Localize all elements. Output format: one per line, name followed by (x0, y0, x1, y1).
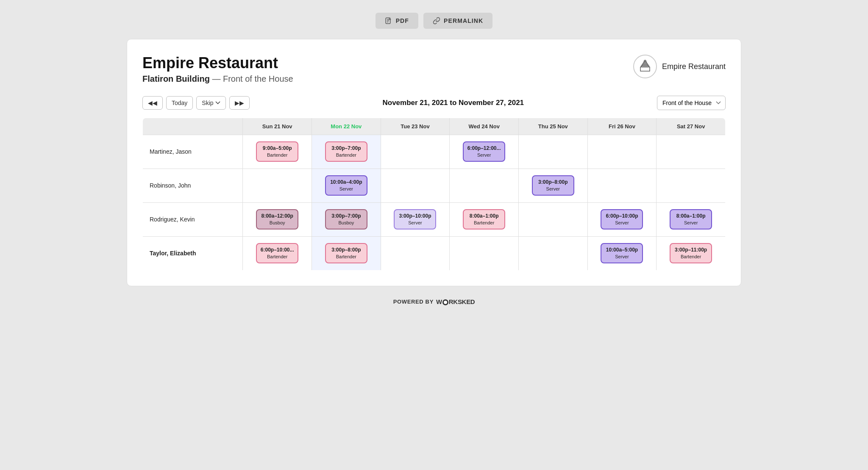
cell-fri-0 (587, 135, 657, 169)
col-header-fri: Fri 26 Nov (587, 118, 657, 135)
main-card: Empire Restaurant Flatiron Building — Fr… (127, 39, 741, 286)
shift-block[interactable]: 10:00a–5:00pServer (601, 243, 643, 263)
permalink-button[interactable]: PERMALINK (423, 13, 492, 29)
shift-time: 6:00p–10:00p (605, 213, 639, 220)
shift-block[interactable]: 3:00p–8:00pBartender (325, 243, 367, 263)
shift-block[interactable]: 6:00p–10:00pServer (601, 209, 643, 229)
skip-button[interactable]: Skip (196, 96, 225, 110)
cell-thu-3 (518, 236, 587, 270)
shift-role: Bartender (329, 254, 363, 260)
shift-role: Server (329, 186, 363, 192)
shift-role: Server (467, 152, 501, 158)
worksked-brand: WRKSKED (436, 298, 475, 305)
chevron-down-icon (215, 101, 220, 105)
location-subtitle: Flatiron Building — Front of the House (142, 74, 293, 84)
pdf-button[interactable]: PDF (376, 13, 418, 29)
today-label: Today (172, 100, 187, 106)
cell-wed-0: 6:00p–12:00...Server (450, 135, 519, 169)
table-body: Martinez, Jason9:00a–5:00pBartender3:00p… (143, 135, 726, 270)
cell-sat-1 (657, 169, 726, 202)
cell-sat-2: 8:00a–1:00pServer (657, 202, 726, 236)
employee-name: Taylor, Elizabeth (143, 236, 243, 270)
toolbar: PDF PERMALINK (376, 13, 493, 29)
shift-time: 3:00p–8:00p (536, 179, 570, 186)
cell-fri-1 (587, 169, 657, 202)
cell-mon-0: 3:00p–7:00pBartender (312, 135, 381, 169)
pdf-label: PDF (396, 17, 409, 24)
col-header-thu: Thu 25 Nov (518, 118, 587, 135)
permalink-label: PERMALINK (444, 17, 483, 24)
header-row: Sun 21 Nov Mon 22 Nov Tue 23 Nov Wed 24 … (143, 118, 726, 135)
shift-block[interactable]: 10:00a–4:00pServer (325, 175, 367, 196)
shift-block[interactable]: 3:00p–8:00pServer (532, 175, 574, 196)
shift-block[interactable]: 8:00a–1:00pServer (670, 209, 712, 229)
card-header-right: Empire Restaurant (633, 55, 726, 78)
worksked-o-icon (442, 299, 448, 305)
logo-name: Empire Restaurant (662, 62, 726, 71)
shift-block[interactable]: 3:00p–7:00pBusboy (325, 209, 367, 229)
col-header-sat: Sat 27 Nov (657, 118, 726, 135)
cell-wed-1 (450, 169, 519, 202)
shift-time: 8:00a–1:00p (674, 213, 708, 220)
location-bold: Flatiron Building (142, 74, 210, 83)
cell-fri-2: 6:00p–10:00pServer (587, 202, 657, 236)
shift-block[interactable]: 8:00a–1:00pBartender (463, 209, 505, 229)
shift-block[interactable]: 3:00p–7:00pBartender (325, 141, 367, 162)
shift-time: 3:00p–7:00p (329, 145, 363, 152)
nav-controls: ◀◀ Today Skip ▶▶ (142, 96, 250, 110)
shift-block[interactable]: 8:00a–12:00pBusboy (256, 209, 298, 229)
employee-name: Martinez, Jason (143, 135, 243, 169)
shift-block[interactable]: 3:00p–11:00pBartender (670, 243, 712, 263)
col-header-mon: Mon 22 Nov (312, 118, 381, 135)
first-button[interactable]: ◀◀ (142, 96, 163, 110)
shift-role: Bartender (674, 254, 708, 260)
shift-role: Server (674, 220, 708, 226)
shift-block[interactable]: 6:00p–12:00...Server (463, 141, 505, 162)
shift-role: Bartender (329, 152, 363, 158)
cell-tue-0 (381, 135, 450, 169)
shift-role: Server (605, 220, 639, 226)
shift-role: Bartender (260, 254, 294, 260)
shift-role: Busboy (329, 220, 363, 226)
shift-role: Server (605, 254, 639, 260)
skip-label: Skip (202, 100, 213, 106)
shift-block[interactable]: 6:00p–10:00...Bartender (256, 243, 298, 263)
shift-block[interactable]: 9:00a–5:00pBartender (256, 141, 298, 162)
cell-tue-2: 3:00p–10:00pServer (381, 202, 450, 236)
department-select[interactable]: Front of the House Back of the House Bar (657, 96, 726, 110)
shift-role: Server (536, 186, 570, 192)
cell-sat-0 (657, 135, 726, 169)
shift-time: 9:00a–5:00p (260, 145, 294, 152)
schedule-table: Sun 21 Nov Mon 22 Nov Tue 23 Nov Wed 24 … (142, 118, 726, 271)
shift-time: 3:00p–11:00p (674, 246, 708, 254)
nav-bar: ◀◀ Today Skip ▶▶ November 21, 2021 to No… (142, 96, 726, 110)
shift-time: 6:00p–12:00... (467, 145, 501, 152)
card-header: Empire Restaurant Flatiron Building — Fr… (142, 55, 726, 84)
shift-time: 10:00a–5:00p (605, 246, 639, 254)
svg-rect-6 (640, 67, 650, 71)
cell-sun-0: 9:00a–5:00pBartender (243, 135, 312, 169)
cell-sat-3: 3:00p–11:00pBartender (657, 236, 726, 270)
last-button[interactable]: ▶▶ (229, 96, 250, 110)
col-header-wed: Wed 24 Nov (450, 118, 519, 135)
shift-time: 3:00p–10:00p (398, 213, 432, 220)
table-row: Rodriguez, Kevin8:00a–12:00pBusboy3:00p–… (143, 202, 726, 236)
today-button[interactable]: Today (166, 96, 193, 110)
cell-mon-2: 3:00p–7:00pBusboy (312, 202, 381, 236)
shift-time: 6:00p–10:00... (260, 246, 294, 254)
shift-block[interactable]: 3:00p–10:00pServer (394, 209, 436, 229)
pdf-icon (385, 17, 392, 25)
cell-tue-3 (381, 236, 450, 270)
shift-time: 3:00p–7:00p (329, 213, 363, 220)
cell-tue-1 (381, 169, 450, 202)
cell-wed-3 (450, 236, 519, 270)
restaurant-name: Empire Restaurant (142, 55, 293, 72)
cell-thu-1: 3:00p–8:00pServer (518, 169, 587, 202)
department-select-wrapper: Front of the House Back of the House Bar (657, 96, 726, 110)
cell-wed-2: 8:00a–1:00pBartender (450, 202, 519, 236)
first-icon: ◀◀ (148, 100, 157, 106)
shift-role: Bartender (467, 220, 501, 226)
table-row: Martinez, Jason9:00a–5:00pBartender3:00p… (143, 135, 726, 169)
powered-by-text: POWERED BY (393, 299, 434, 305)
footer: POWERED BY WRKSKED (393, 298, 475, 305)
